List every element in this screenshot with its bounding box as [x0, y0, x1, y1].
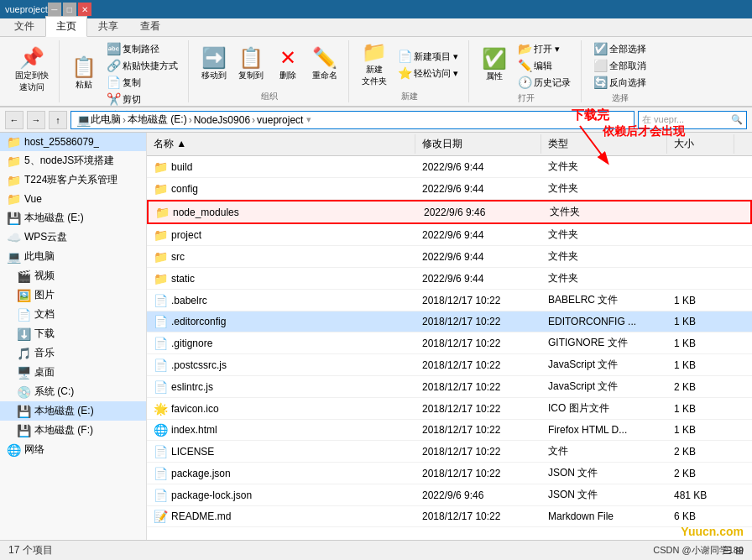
- ribbon-tabs: 文件 主页 共享 查看: [0, 18, 752, 37]
- copy-icon: 📄: [107, 76, 121, 89]
- path-nodejs[interactable]: NodeJs0906: [194, 114, 250, 126]
- sidebar-item-desktop[interactable]: 🖥️ 桌面: [0, 363, 146, 382]
- grid-view-icon[interactable]: ⊞: [735, 545, 744, 557]
- open-label: 打开 ▾: [534, 43, 560, 55]
- new-item-button[interactable]: 📄 新建项目 ▾: [394, 48, 462, 65]
- sidebar-item-local-e[interactable]: 💾 本地磁盘 (E:): [0, 208, 146, 228]
- file-row[interactable]: 📝README.md 2018/12/17 10:22 Markdown Fil…: [147, 506, 752, 527]
- select-all-button[interactable]: ☑️ 全部选择: [590, 40, 650, 57]
- paste-button[interactable]: 📋 粘贴: [68, 55, 100, 92]
- file-size: [667, 268, 734, 289]
- properties-label: 属性: [486, 71, 503, 82]
- file-row[interactable]: 📄package.json 2018/12/17 10:22 JSON 文件 2…: [147, 463, 752, 484]
- sidebar-item-downloads[interactable]: ⬇️ 下载: [0, 324, 146, 343]
- path-project[interactable]: vueproject: [257, 114, 303, 126]
- sidebar-item-drive-e[interactable]: 💾 本地磁盘 (E:): [0, 401, 146, 421]
- header-modified[interactable]: 修改日期: [415, 134, 541, 154]
- cut-button[interactable]: ✂️ 剪切: [103, 91, 181, 107]
- file-modified: 2022/9/6 9:44: [415, 178, 541, 199]
- sidebar-item-vue[interactable]: 📁 Vue: [0, 190, 146, 208]
- tab-view[interactable]: 查看: [129, 16, 171, 36]
- close-button[interactable]: ✕: [78, 3, 91, 16]
- sidebar-item-docs[interactable]: 📄 文档: [0, 305, 146, 324]
- easy-access-button[interactable]: ⭐ 轻松访问 ▾: [394, 65, 462, 81]
- move-to-button[interactable]: ➡️ 移动到: [197, 46, 231, 83]
- forward-button[interactable]: →: [27, 111, 45, 129]
- file-row-editorconfig[interactable]: 📄.editorconfig 2018/12/17 10:22 EDITORCO…: [147, 311, 752, 332]
- open-button[interactable]: 📂 打开 ▾: [514, 40, 574, 57]
- file-size: 6 KB: [667, 506, 734, 526]
- pin-to-quickaccess-button[interactable]: 📌 固定到快速访问: [12, 46, 52, 95]
- file-row[interactable]: 🌟favicon.ico 2018/12/17 10:22 ICO 图片文件 1…: [147, 398, 752, 420]
- path-drive[interactable]: 本地磁盘 (E:): [128, 113, 187, 127]
- file-size: [667, 156, 734, 177]
- rename-icon: ✏️: [312, 48, 337, 68]
- new-folder-button[interactable]: 📁 新建文件夹: [358, 40, 391, 89]
- rename-label: 重命名: [312, 70, 337, 81]
- file-modified: 2022/9/6 9:44: [415, 268, 541, 289]
- sidebar-item-thispc[interactable]: 💻 此电脑: [0, 247, 146, 266]
- file-row[interactable]: 📄.postcssrc.js 2018/12/17 10:22 JavaScri…: [147, 354, 752, 376]
- address-path[interactable]: 💻 此电脑 › 本地磁盘 (E:) › NodeJs0906 › vueproj…: [70, 111, 634, 129]
- maximize-button[interactable]: □: [63, 3, 76, 16]
- sidebar-item-host[interactable]: 📁 host_25586079_: [0, 133, 146, 151]
- path-sep-3: ›: [252, 114, 255, 126]
- header-size[interactable]: 大小: [667, 134, 734, 154]
- tab-share[interactable]: 共享: [87, 16, 129, 36]
- invert-selection-button[interactable]: 🔄 反向选择: [590, 74, 650, 91]
- header-name[interactable]: 名称 ▲: [147, 134, 415, 154]
- deselect-all-button[interactable]: ⬜ 全部取消: [590, 57, 650, 74]
- file-type: 文件: [541, 441, 667, 462]
- sidebar-item-wps[interactable]: ☁️ WPS云盘: [0, 228, 146, 247]
- header-type[interactable]: 类型: [541, 134, 667, 154]
- file-row[interactable]: 📁config 2022/9/6 9:44 文件夹: [147, 178, 752, 200]
- file-row[interactable]: 📁project 2022/9/6 9:44 文件夹: [147, 224, 752, 246]
- file-row[interactable]: 📄package-lock.json 2022/9/6 9:46 JSON 文件…: [147, 484, 752, 506]
- sidebar-item-network[interactable]: 🌐 网络: [0, 440, 146, 459]
- folder-icon: 📁: [154, 272, 168, 285]
- file-row[interactable]: 📄LICENSE 2018/12/17 10:22 文件 2 KB: [147, 441, 752, 463]
- file-row[interactable]: 📄.gitignore 2018/12/17 10:22 GITIGNORE 文…: [147, 332, 752, 354]
- file-icon: 📄: [154, 315, 168, 328]
- file-row[interactable]: 📁src 2022/9/6 9:44 文件夹: [147, 246, 752, 268]
- group-label-open: 打开: [518, 92, 535, 104]
- list-view-icon[interactable]: ☰: [723, 545, 732, 557]
- sidebar-item-video[interactable]: 🎬 视频: [0, 266, 146, 285]
- sidebar-item-drive-f[interactable]: 💾 本地磁盘 (F:): [0, 421, 146, 440]
- copy-to-label: 复制到: [238, 70, 264, 81]
- search-box[interactable]: 在 vuepr... 🔍: [638, 111, 747, 129]
- sidebar-item-t224[interactable]: 📁 T224班客户关系管理: [0, 170, 146, 190]
- copy-to-button[interactable]: 📋 复制到: [234, 46, 268, 83]
- file-row[interactable]: 📄.babelrc 2018/12/17 10:22 BABELRC 文件 1 …: [147, 290, 752, 311]
- properties-button[interactable]: ✅ 属性: [478, 47, 511, 84]
- sidebar-item-nodejs[interactable]: 📁 5、nodeJS环境搭建: [0, 151, 146, 170]
- sidebar-item-music[interactable]: 🎵 音乐: [0, 343, 146, 363]
- sidebar-item-pictures[interactable]: 🖼️ 图片: [0, 285, 146, 305]
- sidebar-item-drive-c[interactable]: 💿 系统 (C:): [0, 382, 146, 401]
- file-row[interactable]: 📄eslintrc.js 2018/12/17 10:22 JavaScript…: [147, 376, 752, 398]
- back-button[interactable]: ←: [5, 111, 24, 129]
- paste-shortcut-label: 粘贴快捷方式: [123, 60, 178, 72]
- edit-button[interactable]: ✏️ 编辑: [514, 57, 574, 74]
- minimize-button[interactable]: ─: [48, 3, 61, 16]
- file-size: 1 KB: [667, 420, 734, 440]
- file-row-node-modules[interactable]: 📁node_modules 2022/9/6 9:46 文件夹: [147, 200, 752, 224]
- copy-path-button[interactable]: 🔤 复制路径: [103, 40, 181, 57]
- delete-button[interactable]: ✕ 删除: [271, 46, 305, 83]
- file-modified: 2022/9/6 9:46: [415, 484, 541, 505]
- history-button[interactable]: 🕐 历史记录: [514, 74, 574, 91]
- sidebar-item-label: 音乐: [34, 346, 55, 360]
- file-row[interactable]: 📁build 2022/9/6 9:44 文件夹: [147, 156, 752, 178]
- cloud-icon: ☁️: [7, 231, 21, 244]
- rename-button[interactable]: ✏️ 重命名: [308, 46, 342, 83]
- tab-home[interactable]: 主页: [45, 16, 87, 37]
- file-row[interactable]: 🌐index.html 2018/12/17 10:22 Firefox HTM…: [147, 420, 752, 441]
- paste-shortcut-button[interactable]: 🔗 粘贴快捷方式: [103, 57, 181, 74]
- tab-file[interactable]: 文件: [3, 16, 45, 36]
- up-button[interactable]: ↑: [49, 111, 67, 129]
- file-row[interactable]: 📁static 2022/9/6 9:44 文件夹: [147, 268, 752, 290]
- path-dropdown[interactable]: ▾: [306, 114, 311, 125]
- file-size: 2 KB: [667, 463, 734, 484]
- copy-button[interactable]: 📄 复制: [103, 74, 181, 91]
- path-computer[interactable]: 此电脑: [91, 113, 121, 127]
